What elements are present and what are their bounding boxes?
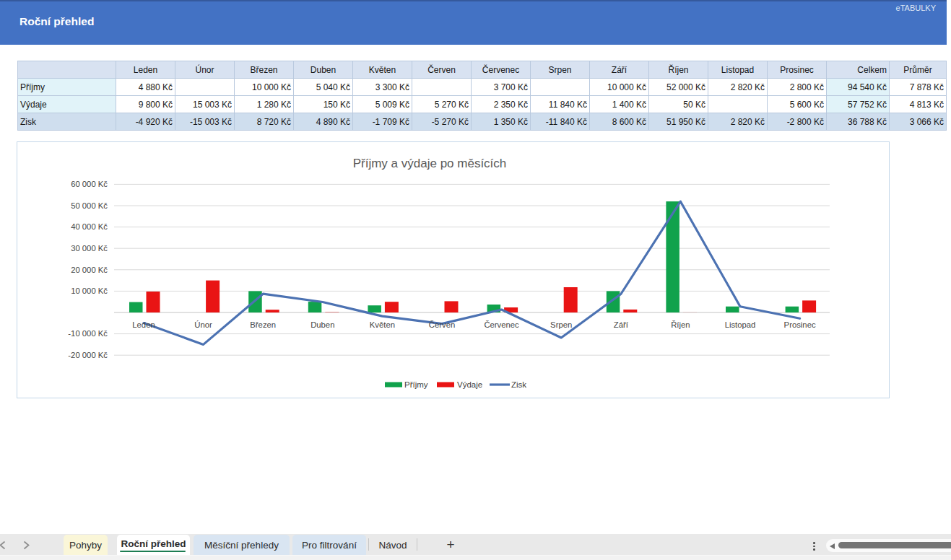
svg-text:Únor: Únor <box>194 320 212 329</box>
svg-text:-20 000 Kč: -20 000 Kč <box>68 351 108 359</box>
svg-text:20 000 Kč: 20 000 Kč <box>71 266 108 274</box>
svg-text:Výdaje: Výdaje <box>457 380 482 389</box>
svg-text:Červenec: Červenec <box>484 320 519 329</box>
svg-text:10 000 Kč: 10 000 Kč <box>71 286 108 295</box>
svg-text:Září: Září <box>614 320 629 329</box>
svg-text:Duben: Duben <box>311 320 334 329</box>
svg-text:50 000 Kč: 50 000 Kč <box>71 201 108 210</box>
svg-text:30 000 Kč: 30 000 Kč <box>71 244 108 253</box>
svg-text:Květen: Květen <box>370 320 395 329</box>
svg-text:Prosinec: Prosinec <box>784 320 816 329</box>
svg-text:Zisk: Zisk <box>511 380 526 389</box>
svg-text:Listopad: Listopad <box>725 320 756 329</box>
svg-text:-10 000 Kč: -10 000 Kč <box>68 329 108 338</box>
svg-text:Příjmy: Příjmy <box>404 380 428 389</box>
svg-text:Leden: Leden <box>132 320 155 329</box>
svg-text:Červen: Červen <box>429 320 455 329</box>
svg-text:Příjmy a výdaje po měsících: Příjmy a výdaje po měsících <box>353 157 507 170</box>
svg-text:Říjen: Říjen <box>671 320 690 329</box>
svg-text:Srpen: Srpen <box>550 320 572 329</box>
svg-text:40 000 Kč: 40 000 Kč <box>71 222 108 231</box>
svg-text:Březen: Březen <box>250 320 276 329</box>
svg-text:60 000 Kč: 60 000 Kč <box>71 180 108 188</box>
